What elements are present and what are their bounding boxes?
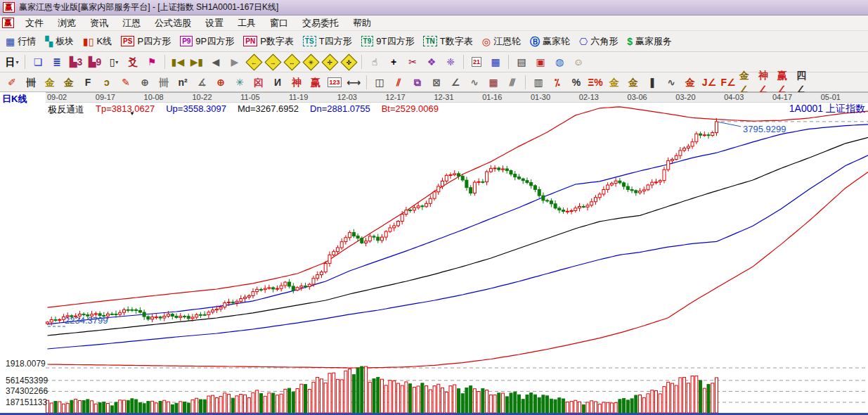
hatch-tool-button[interactable]: ⫻ — [504, 74, 521, 91]
compress-9-icon-button[interactable]: ▙9 — [86, 53, 103, 70]
gold-circle-tool-button[interactable]: 金 — [606, 74, 623, 91]
grid-fan-tool-button[interactable]: ⊠ — [428, 74, 445, 91]
menu-item[interactable]: 设置 — [198, 15, 231, 31]
menu-item[interactable]: 公式选股 — [148, 15, 198, 31]
calculator-button[interactable]: ▦ — [487, 53, 504, 70]
gann-wheel-button[interactable]: ◎ 江恩轮 — [480, 34, 523, 49]
marker-pen-tool-button[interactable]: ✎ — [117, 74, 134, 91]
ying-grid-tool-button[interactable]: 赢 — [307, 74, 324, 91]
edit-tools-button[interactable]: ❖ — [423, 53, 440, 70]
t-number-table-button[interactable]: TN T数字表 — [421, 34, 474, 49]
toolbar-icon: ⟷ — [346, 75, 361, 89]
target-circle-tool-button[interactable]: ⊕ — [212, 74, 229, 91]
winner-wheel-button[interactable]: Ⓑ 赢家轮 — [528, 34, 572, 49]
wave-mark-tool-button[interactable]: И — [269, 74, 286, 91]
number-grid-tool-button[interactable]: 123 — [326, 74, 343, 91]
shen-angle-tool-button[interactable]: 神∠ — [758, 74, 775, 91]
angle-lines-tool-button[interactable]: ∠ — [447, 74, 464, 91]
menu-item[interactable]: 浏览 — [51, 15, 83, 31]
compress-3-icon-button[interactable]: ▙3 — [67, 53, 84, 70]
ruler-grid-tool-button[interactable]: 卌 — [155, 74, 172, 91]
j-angle-tool-button[interactable]: J∠ — [701, 74, 718, 91]
winner-service-button[interactable]: $ 赢家服务 — [625, 34, 674, 49]
star-grid-tool-button[interactable]: ✳ — [231, 74, 248, 91]
ying-angle-tool-button[interactable]: 赢∠ — [777, 74, 793, 91]
sectors-button[interactable]: ▚ 板块 — [43, 34, 76, 49]
rect-tool-button[interactable]: ◫ — [371, 74, 388, 91]
gann-star-diamond-button[interactable]: ✳ — [302, 53, 319, 70]
next-bar-button[interactable]: ▶ — [226, 53, 243, 70]
gann-expand-diamond-button[interactable]: ↔ — [283, 53, 300, 70]
zigzag-tool-button[interactable]: ∿ — [466, 74, 483, 91]
first-bar-button[interactable]: ▮◀ — [169, 53, 186, 70]
menu-item[interactable]: 江恩 — [115, 15, 148, 31]
nine-p-square-button[interactable]: P9 9P四方形 — [178, 34, 236, 49]
kline-button[interactable]: ▮▯ K线 — [81, 34, 114, 49]
fibonacci-grid-tool-button[interactable]: F — [79, 74, 96, 91]
prev-bar-button[interactable]: ◀ — [207, 53, 224, 70]
menu-item[interactable]: 资讯 — [83, 15, 115, 31]
indicator-dropdown-icon[interactable]: ▼ — [129, 110, 135, 117]
f-angle-tool-button[interactable]: F∠ — [720, 74, 737, 91]
gann-cross-diamond-button[interactable]: ✛ — [321, 53, 338, 70]
gold-angle-tool-button[interactable]: 金∠ — [739, 74, 756, 91]
last-bar-button[interactable]: ▶▮ — [188, 53, 205, 70]
n-square-tool-button[interactable]: n² — [174, 74, 191, 91]
quotes-button[interactable]: ▦ 行情 — [4, 34, 38, 49]
menu-item[interactable]: 交易委托 — [295, 15, 346, 31]
assistant-button[interactable]: ☺ — [570, 53, 587, 70]
indicator-flag-icon-button[interactable]: ⚑ — [143, 53, 160, 70]
menu-item[interactable]: 工具 — [231, 15, 263, 31]
percent-tool-button[interactable]: % — [568, 74, 585, 91]
gold-grid-tool-button[interactable]: 金 — [41, 74, 58, 91]
calendar-button[interactable]: 21 — [468, 53, 485, 70]
toolbar-separator — [164, 55, 165, 69]
cut-button[interactable]: ✂ — [404, 53, 421, 70]
window-layout-icon-button[interactable]: ❏ — [30, 53, 46, 70]
three-percent-tool-button[interactable]: Ξ% — [587, 74, 604, 91]
quote-list-icon-button[interactable]: ≣ — [48, 53, 65, 70]
span-arrow-tool-button[interactable]: ⟷ — [345, 74, 362, 91]
nine-t-square-button[interactable]: T9 9T四方形 — [359, 34, 417, 49]
period-selector[interactable]: 日 ▾ — [4, 53, 20, 70]
wave-tool-button[interactable]: ∿ — [663, 74, 680, 91]
kline-chart[interactable] — [0, 101, 868, 415]
fan-lines-tool-button[interactable]: ⫽ — [390, 74, 407, 91]
four-angle-tool-button[interactable]: 四∠ — [796, 74, 812, 91]
p-number-table-button[interactable]: PN P数字表 — [241, 34, 296, 49]
indicator-header[interactable]: 极反通道 Tp=3813.0627Up=3558.3097Md=3267.695… — [48, 103, 439, 116]
gold-red-tool-button[interactable]: 金 — [682, 74, 699, 91]
save-button[interactable]: ▣ — [532, 53, 549, 70]
percent-line-tool-button[interactable]: ⁒ — [549, 74, 566, 91]
box-grid-tool-button[interactable]: 囟 — [250, 74, 267, 91]
gann-left-diamond-button[interactable]: ← — [245, 53, 262, 70]
draw-pen-tool-button[interactable]: ✐ — [4, 74, 20, 91]
pan-hand-button[interactable]: ☝ — [366, 53, 383, 70]
shen-grid-tool-button[interactable]: 神 — [288, 74, 305, 91]
circle-grid-tool-button[interactable]: ⊕ — [136, 74, 153, 91]
gann-right-diamond-button[interactable]: → — [264, 53, 281, 70]
gold-grid2-tool-button[interactable]: 金 — [60, 74, 77, 91]
p-square-button[interactable]: PS P四方形 — [119, 34, 173, 49]
crosshair-button[interactable]: + — [385, 53, 402, 70]
hexagon-button[interactable]: ⎔ 六角形 — [577, 34, 620, 49]
spiral-tool-button[interactable]: ↄ — [98, 74, 115, 91]
dense-grid-tool-button[interactable]: ▦ — [485, 74, 502, 91]
notes-button[interactable]: ▤ — [513, 53, 530, 70]
indicator-name[interactable]: 极反通道 — [48, 103, 84, 116]
menu-item[interactable]: 窗口 — [263, 15, 295, 31]
candle-style-selector[interactable]: ▯ ▾ — [105, 53, 122, 70]
gann-grid-diamond-button[interactable]: ✜ — [340, 53, 357, 70]
menu-item[interactable]: 文件 — [18, 15, 51, 31]
network-button[interactable]: ◍ — [551, 53, 568, 70]
box-fan-tool-button[interactable]: ⧉ — [409, 74, 426, 91]
k-pattern-icon-button[interactable]: 爻 — [124, 53, 141, 70]
menu-item[interactable]: 帮助 — [346, 15, 378, 31]
price-table-tool-button[interactable]: ▥ — [530, 74, 547, 91]
pattern-tools-button[interactable]: ❈ — [442, 53, 459, 70]
angle-ruler-tool-button[interactable]: ∡ — [193, 74, 210, 91]
gann-grid-tool-button[interactable]: 卌 — [22, 74, 39, 91]
gold-line-tool-button[interactable]: 金 — [625, 74, 642, 91]
candle-pen-tool-button[interactable]: ❚ — [644, 74, 661, 91]
t-square-button[interactable]: TS T四方形 — [301, 34, 354, 49]
